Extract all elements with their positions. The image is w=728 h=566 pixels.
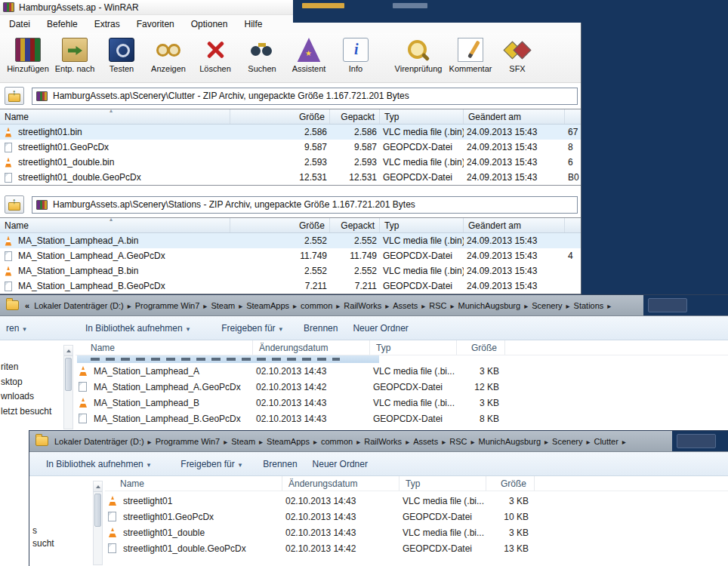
file-row[interactable]: streetlight01.GeoPcDx 02.10.2013 14:43 G… xyxy=(105,509,728,524)
menu-item[interactable]: Befehle xyxy=(47,19,78,29)
file-row[interactable]: MA_Station_Lamphead_A.GeoPcDx 02.10.2013… xyxy=(76,379,728,395)
breadcrumb-item[interactable]: RailWorks xyxy=(364,437,413,446)
column-header[interactable]: Größe xyxy=(457,340,505,355)
breadcrumb-item[interactable]: Programme Win7 xyxy=(156,437,232,446)
column-header[interactable]: Änderungsdatum xyxy=(253,340,370,355)
address-field[interactable]: HamburgAssets.ap\Scenery\Clutter - ZIP A… xyxy=(32,88,578,105)
file-row[interactable]: MA_Station_Lamphead_B.bin 2.552 2.552 VL… xyxy=(0,263,581,278)
up-button[interactable] xyxy=(5,195,24,214)
breadcrumb-item[interactable]: Programme Win7 xyxy=(135,301,211,310)
breadcrumb-item[interactable]: common xyxy=(321,437,364,446)
scrollbar-thumb[interactable] xyxy=(94,494,101,527)
file-row[interactable]: MA_Station_Lamphead_B.GeoPcDx 7.211 7.21… xyxy=(0,278,581,294)
sidebar-item[interactable]: wnloads xyxy=(1,389,62,405)
search-box[interactable] xyxy=(677,434,716,448)
breadcrumb-item[interactable]: Lokaler Datenträger (D:) xyxy=(34,301,135,310)
toolbar-button[interactable]: Assistent xyxy=(285,38,332,73)
toolbar-button[interactable]: Kommentar xyxy=(447,38,494,73)
command-bar-item[interactable]: In Bibliothek aufnehmen xyxy=(46,459,150,469)
toolbar-button[interactable]: Info xyxy=(332,38,379,73)
file-row[interactable]: streetlight01.GeoPcDx 9.587 9.587 GEOPCD… xyxy=(0,140,581,155)
breadcrumb-item[interactable]: common xyxy=(301,301,344,310)
breadcrumb-item[interactable]: Assets xyxy=(393,301,429,310)
navigation-scrollbar[interactable] xyxy=(93,481,103,565)
file-row[interactable]: MA_Station_Lamphead_A.GeoPcDx 11.749 11.… xyxy=(0,248,581,263)
command-bar-item[interactable]: In Bibliothek aufnehmen xyxy=(85,323,190,334)
column-header[interactable]: Typ xyxy=(380,109,464,124)
menu-item[interactable]: Hilfe xyxy=(244,19,262,29)
file-row[interactable]: streetlight01 02.10.2013 14:43 VLC media… xyxy=(105,493,728,509)
column-header[interactable]: Gepackt xyxy=(330,218,380,232)
command-bar-item[interactable]: Brennen xyxy=(263,459,297,469)
column-header[interactable]: Name xyxy=(76,340,253,355)
column-header[interactable]: Geändert am xyxy=(464,109,565,124)
breadcrumb-item[interactable]: MunichAugsburg xyxy=(458,301,532,310)
column-header[interactable]: Name xyxy=(0,109,230,124)
file-row[interactable]: MA_Station_Lamphead_A.bin 2.552 2.552 VL… xyxy=(0,233,581,248)
breadcrumb-item[interactable]: RailWorks xyxy=(344,301,393,310)
scrollbar-thumb[interactable] xyxy=(65,358,72,391)
toolbar-button[interactable]: Hinzufügen xyxy=(5,38,51,73)
breadcrumb-item[interactable]: Clutter xyxy=(594,437,629,446)
command-bar-item[interactable]: ren xyxy=(6,323,26,334)
breadcrumb-item[interactable]: Stations xyxy=(574,301,615,310)
breadcrumb-item[interactable]: Lokaler Datenträger (D:) xyxy=(54,437,156,446)
breadcrumb-item[interactable]: SteamApps xyxy=(246,301,301,310)
file-row[interactable]: MA_Station_Lamphead_B.GeoPcDx 02.10.2013… xyxy=(76,411,728,426)
toolbar-button[interactable]: Anzeigen xyxy=(145,38,192,73)
sidebar-item[interactable]: s xyxy=(32,524,91,537)
column-header[interactable]: Größe xyxy=(486,476,535,491)
menu-item[interactable]: Extras xyxy=(94,19,120,29)
file-row[interactable]: MA_Station_Lamphead_A 02.10.2013 14:43 V… xyxy=(76,363,728,379)
search-box-area[interactable] xyxy=(672,431,728,451)
toolbar-button[interactable]: Testen xyxy=(98,38,145,73)
file-row[interactable]: streetlight01_double 02.10.2013 14:43 VL… xyxy=(105,524,728,540)
command-bar-item[interactable]: Brennen xyxy=(304,323,338,334)
toolbar-button[interactable]: SFX xyxy=(494,38,541,73)
column-header[interactable]: Änderungsdatum xyxy=(282,476,399,491)
command-bar-item[interactable]: Neuer Ordner xyxy=(313,459,368,469)
scroll-up-button[interactable] xyxy=(64,346,72,356)
file-row[interactable]: streetlight01.bin 2.586 2.586 VLC media … xyxy=(0,125,581,140)
command-bar-item[interactable]: Neuer Ordner xyxy=(353,323,408,334)
breadcrumb-item[interactable]: RSC xyxy=(429,301,458,310)
breadcrumb-item[interactable]: RSC xyxy=(449,437,478,446)
sidebar-item[interactable]: riten xyxy=(1,360,62,375)
command-bar-item[interactable]: Freigeben für xyxy=(221,323,282,334)
breadcrumb-item[interactable]: Steam xyxy=(231,437,267,446)
breadcrumb-item[interactable]: Scenery xyxy=(552,437,594,446)
command-bar-item[interactable]: Freigeben für xyxy=(180,459,242,469)
sidebar-item[interactable]: letzt besucht xyxy=(1,405,62,420)
toolbar-button[interactable]: Virenprüfung xyxy=(390,38,447,73)
breadcrumb-item[interactable]: Steam xyxy=(211,301,246,310)
scroll-up-button[interactable] xyxy=(94,481,102,492)
up-button[interactable] xyxy=(5,87,24,105)
menu-item[interactable]: Favoriten xyxy=(137,19,174,29)
file-row[interactable]: MA_Station_Lamphead_B 02.10.2013 14:43 V… xyxy=(76,395,728,411)
search-box-area[interactable] xyxy=(643,295,728,315)
menu-item[interactable]: Optionen xyxy=(191,19,228,29)
sidebar-item[interactable]: sucht xyxy=(32,537,91,550)
column-header[interactable]: Typ xyxy=(370,340,457,355)
address-field[interactable]: HamburgAssets.ap\Scenery\Stations - ZIP … xyxy=(32,196,578,214)
sidebar-item[interactable]: sktop xyxy=(1,375,62,390)
menu-item[interactable]: Datei xyxy=(9,19,30,29)
breadcrumb-item[interactable]: Assets xyxy=(413,437,449,446)
breadcrumb-item[interactable]: Scenery xyxy=(532,301,573,310)
search-box[interactable] xyxy=(648,298,687,312)
column-header[interactable]: Name xyxy=(0,218,230,232)
column-header[interactable]: Größe xyxy=(230,109,330,124)
column-header[interactable]: Name xyxy=(105,476,282,491)
breadcrumb-item[interactable]: SteamApps xyxy=(267,437,321,446)
navigation-scrollbar[interactable] xyxy=(63,345,73,429)
file-row[interactable]: streetlight01_double.GeoPcDx 12.531 12.5… xyxy=(0,170,581,185)
column-header[interactable]: Größe xyxy=(230,218,330,232)
column-header[interactable]: Typ xyxy=(399,476,486,491)
breadcrumb-overflow-chevron[interactable]: « xyxy=(25,301,29,310)
file-row[interactable]: streetlight01_double.GeoPcDx 02.10.2013 … xyxy=(105,540,728,556)
file-row[interactable]: streetlight01_double.bin 2.593 2.593 VLC… xyxy=(0,155,581,170)
toolbar-button[interactable]: Entp. nach xyxy=(51,38,98,73)
toolbar-button[interactable]: Suchen xyxy=(239,38,285,73)
column-header[interactable]: Gepackt xyxy=(330,109,380,124)
column-header[interactable]: Geändert am xyxy=(464,218,565,232)
